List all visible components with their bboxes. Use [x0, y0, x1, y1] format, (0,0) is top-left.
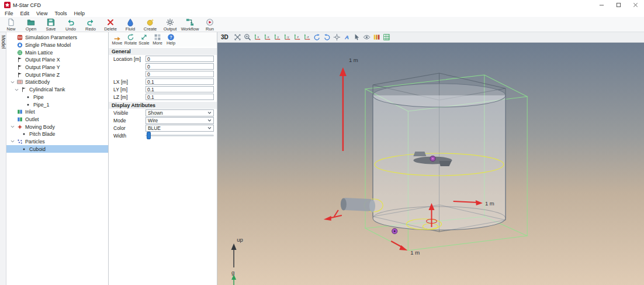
create-button[interactable]: Create [140, 17, 160, 32]
delete-button[interactable]: Delete [101, 17, 120, 32]
visible-select[interactable]: Shown [146, 109, 214, 116]
undo-button[interactable]: Undo [61, 17, 81, 32]
center-view-icon [333, 33, 341, 41]
view-minus-x-button[interactable]: -x [262, 33, 272, 42]
maximize-icon [616, 2, 621, 8]
tree-item-output-plane-z[interactable]: Output Plane Z [6, 71, 108, 78]
tree-item-staticbody[interactable]: StaticBody [6, 78, 108, 86]
tree-item-cuboid[interactable]: Cuboid [6, 145, 108, 153]
svg-text:y: y [277, 36, 279, 39]
chevron-expanded-icon[interactable] [9, 124, 16, 129]
svg-text:?: ? [169, 35, 172, 40]
delete-icon [106, 18, 115, 26]
workflow-button[interactable]: Workflow [180, 17, 200, 32]
view-minus-z-icon: -z [303, 33, 311, 41]
pan-tool[interactable] [233, 33, 243, 42]
view-plus-x-button[interactable]: x [252, 33, 262, 42]
view-minus-z-button[interactable]: -z [302, 33, 312, 42]
lx-input[interactable] [146, 78, 214, 85]
minimize-icon [599, 2, 604, 8]
particle-cuboid-core [394, 231, 396, 232]
location-z-input[interactable] [146, 71, 214, 77]
zoom-tool[interactable] [243, 33, 252, 42]
redo-icon [86, 18, 95, 26]
new-button[interactable]: New [1, 17, 21, 32]
chevron-expanded-icon[interactable] [13, 87, 20, 92]
section-header-general: General [109, 48, 217, 55]
menu-file[interactable]: File [1, 11, 17, 16]
rotate-cw-button[interactable] [322, 33, 332, 42]
close-icon [633, 2, 638, 8]
lz-input[interactable] [146, 94, 214, 100]
section-header-display-attributes: Display Attributes [109, 102, 217, 109]
help-button[interactable]: ? Help [164, 33, 178, 47]
scale-button[interactable]: Scale [137, 33, 151, 47]
run-button[interactable]: Run [200, 17, 220, 32]
width-slider-handle[interactable] [147, 132, 151, 139]
color-select[interactable]: BLUE [146, 125, 214, 132]
viewport: 3D x-xy-yz-zA [217, 32, 644, 285]
width-slider-track [146, 135, 214, 136]
output-plane-icon [16, 72, 23, 78]
save-button[interactable]: Save [41, 17, 61, 32]
tree-item-main-lattice[interactable]: Main Lattice [6, 49, 108, 56]
location-y-input[interactable] [146, 63, 214, 70]
view-minus-x-icon: -x [264, 33, 271, 41]
center-view-button[interactable] [332, 33, 342, 42]
fluid-button[interactable]: Fluid [120, 17, 140, 32]
chevron-expanded-icon[interactable] [9, 80, 16, 85]
rotate-ccw-button[interactable] [312, 33, 322, 42]
tree-item-pipe[interactable]: Pipe [6, 94, 108, 101]
ly-input[interactable] [146, 86, 214, 92]
bullet-icon [20, 131, 27, 137]
tree-item-outlet[interactable]: Outlet [6, 116, 108, 123]
colorbar-button[interactable] [372, 33, 382, 42]
menu-edit[interactable]: Edit [17, 11, 33, 16]
location-label: Location [m] [113, 56, 146, 62]
maximize-button[interactable] [610, 0, 627, 10]
tree-item-single-phase-model[interactable]: Single Phase Model [6, 42, 108, 49]
axis-x-label: 1 m [485, 200, 494, 207]
zoom-icon [244, 33, 251, 41]
more-button[interactable]: More [151, 33, 164, 47]
close-button[interactable] [627, 0, 644, 10]
annotation-button[interactable]: A [342, 33, 352, 42]
svg-text:x: x [257, 36, 259, 39]
inlet-icon [16, 109, 23, 115]
minimize-button[interactable] [593, 0, 610, 10]
tree-item-inlet[interactable]: Inlet [6, 108, 108, 116]
tree-item-output-plane-x[interactable]: Output Plane X [6, 56, 108, 64]
tree-item-simulation-parameters[interactable]: Simulation Parameters [6, 34, 108, 42]
tree-item-pitch-blade[interactable]: Pitch Blade [6, 131, 108, 138]
view-plus-z-button[interactable]: z [292, 33, 302, 42]
mode-select[interactable]: Wire [146, 117, 214, 124]
lattice-toggle-button[interactable] [382, 33, 392, 42]
view-plus-y-button[interactable]: y [272, 33, 282, 42]
open-button[interactable]: Open [21, 17, 41, 32]
rotate-button[interactable]: Rotate [124, 33, 137, 47]
lx-label: LX [m] [113, 79, 146, 85]
tree-item-moving-body[interactable]: Moving Body [6, 123, 108, 131]
move-button[interactable]: Move [110, 33, 124, 47]
redo-button[interactable]: Redo [81, 17, 101, 32]
output-button[interactable]: Output [160, 17, 180, 32]
width-slider[interactable] [146, 132, 214, 139]
tree-item-output-plane-y[interactable]: Output Plane Y [6, 64, 108, 71]
menu-help[interactable]: Help [70, 11, 88, 16]
axis-z-label: 1 m [349, 57, 358, 63]
probe-button[interactable] [352, 33, 362, 42]
menu-tools[interactable]: Tools [51, 11, 70, 16]
annotation-a-icon: A [343, 33, 351, 41]
open-icon [27, 18, 35, 26]
tree-item-pipe-1[interactable]: Pipe_1 [6, 101, 108, 108]
location-x-input[interactable] [146, 56, 214, 62]
tree-item-cylindrical-tank[interactable]: Cylindrical Tank [6, 86, 108, 94]
view-minus-y-button[interactable]: -y [282, 33, 292, 42]
scene-3d-view[interactable]: 1 m 1 m 1 m up g [217, 43, 644, 285]
menu-view[interactable]: View [33, 11, 51, 16]
tree-item-particles[interactable]: Particles [6, 138, 108, 146]
chevron-expanded-icon[interactable] [9, 139, 16, 144]
rotate-ccw-icon [313, 33, 321, 41]
window-title: M-Star CFD [13, 2, 41, 8]
visibility-button[interactable] [362, 33, 372, 42]
